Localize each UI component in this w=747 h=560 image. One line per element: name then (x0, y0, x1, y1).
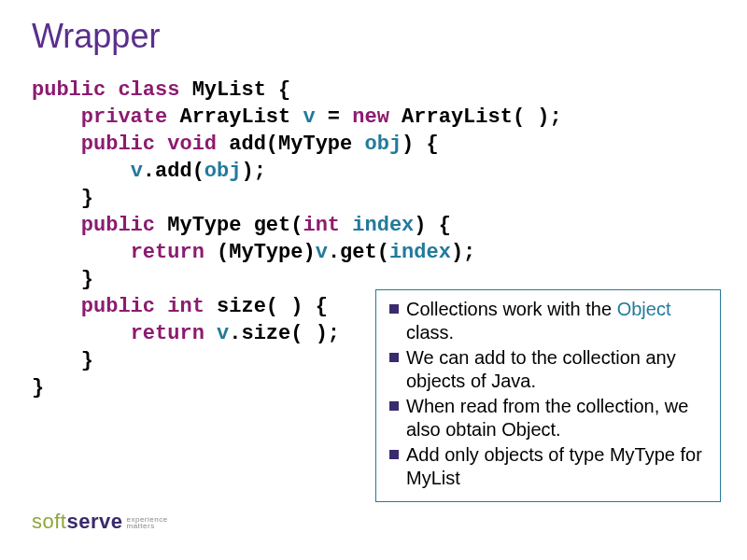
logo-tagline: experiencematters (126, 516, 167, 529)
code-var: obj (364, 133, 402, 156)
callout-box: Collections work with the Object class. … (375, 289, 721, 502)
code-text: .size( ); (229, 322, 340, 345)
code-var: v (316, 241, 328, 264)
code-text: size( ) { (204, 295, 328, 318)
callout-bullet: Collections work with the Object class. (386, 298, 711, 344)
code-text: ArrayList( ); (389, 105, 562, 129)
code-text: ) { (402, 133, 439, 156)
callout-object-word: Object (617, 299, 671, 319)
code-text: ) { (414, 214, 451, 237)
code-text: } (81, 187, 93, 210)
code-keyword: int (303, 214, 340, 237)
code-text: ); (241, 160, 265, 183)
code-text: } (32, 376, 44, 399)
code-keyword: public class (32, 78, 179, 102)
code-var: obj (204, 160, 242, 183)
code-keyword: public void (81, 133, 217, 156)
code-var: v (217, 322, 229, 345)
code-text: } (81, 349, 93, 372)
callout-text: Collections work with the (406, 299, 617, 319)
softserve-logo: softserveexperiencematters (32, 510, 168, 534)
code-text: ); (451, 241, 475, 264)
code-keyword: public int (81, 295, 204, 318)
slide-title: Wrapper (0, 0, 747, 56)
callout-text: When read from the collection, we also o… (406, 396, 688, 440)
code-text: (MyType) (204, 241, 316, 264)
code-keyword: new (352, 105, 389, 129)
code-text: } (81, 268, 93, 291)
code-keyword: return (131, 241, 204, 264)
code-keyword: private (81, 105, 167, 129)
code-var: index (389, 241, 451, 264)
code-text: add(MyType (217, 133, 364, 156)
logo-serve: serve (66, 510, 122, 533)
callout-text: We can add to the collection any objects… (406, 347, 676, 391)
code-keyword: public (81, 214, 155, 237)
code-text: .get( (328, 241, 389, 264)
callout-text: Add only objects of type MyType for MyLi… (406, 444, 702, 488)
code-text: = (316, 105, 353, 129)
code-text: MyType get( (155, 214, 303, 237)
callout-text: class. (406, 322, 454, 343)
code-text: MyList { (179, 78, 290, 102)
callout-bullet: When read from the collection, we also o… (386, 395, 711, 441)
code-text (204, 322, 217, 345)
callout-bullet: Add only objects of type MyType for MyLi… (386, 443, 711, 490)
code-keyword: return (131, 322, 204, 345)
code-text: .add( (143, 160, 204, 183)
code-text: ArrayList (167, 105, 303, 129)
code-var: index (352, 214, 414, 237)
logo-tag-line2: matters (126, 522, 154, 530)
callout-bullet: We can add to the collection any objects… (386, 346, 711, 393)
code-var: v (303, 105, 315, 129)
code-text (340, 214, 352, 237)
code-var: v (131, 160, 143, 183)
logo-soft: soft (32, 510, 66, 533)
